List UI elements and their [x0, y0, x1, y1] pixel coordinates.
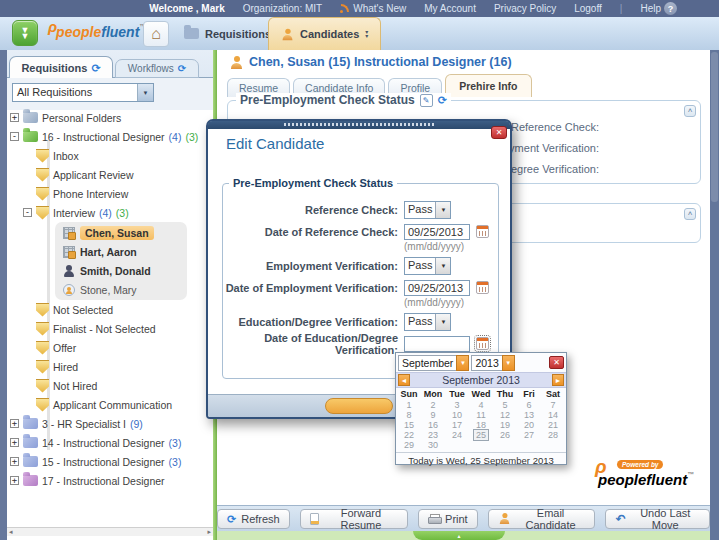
calendar-day-cell[interactable]: 2 [421, 400, 445, 410]
chevron-down-icon[interactable] [137, 84, 153, 101]
chevron-down-icon[interactable] [435, 314, 450, 330]
app-launcher-icon[interactable]: ▼▼ [12, 20, 38, 46]
help-link[interactable]: Help ? [640, 2, 677, 15]
tree-item-17-instructional-designer[interactable]: +17 - Instructional Designer [7, 471, 213, 490]
month-select[interactable]: September ▼ [398, 355, 469, 371]
collapse-icon[interactable]: ˄ [684, 208, 696, 220]
tree-toggle-icon[interactable]: - [10, 132, 19, 141]
calendar-day-cell[interactable]: 25 [469, 430, 493, 440]
tab-requisitions[interactable]: Requisitions ⟳ [9, 56, 113, 78]
tree-candidate-smith-donald[interactable]: Smith, Donald [55, 261, 187, 280]
chevron-down-icon[interactable]: ▼ [456, 355, 469, 371]
tree-item-interview[interactable]: -Interview(4)(3) [7, 203, 213, 222]
refresh-icon[interactable]: ⟳ [438, 95, 447, 105]
edit-icon[interactable]: ✎ [420, 94, 433, 107]
tree-item-not-selected[interactable]: Not Selected [7, 300, 213, 319]
horizontal-scrollbar[interactable]: ◂ ▸ [7, 527, 213, 536]
privacy-policy-link[interactable]: Privacy Policy [494, 3, 556, 14]
vertical-scrollbar[interactable] [710, 50, 719, 540]
tree-candidate-chen-susan[interactable]: Chen, Susan [55, 223, 187, 242]
tree-toggle-icon[interactable]: + [10, 419, 19, 428]
my-account-link[interactable]: My Account [424, 3, 476, 14]
whats-new-link[interactable]: What's New [340, 3, 406, 14]
tab-workflows[interactable]: Workflows ⟳ [115, 59, 199, 78]
requisition-filter-select[interactable]: All Requisitions [12, 83, 154, 102]
scroll-left-arrow-icon[interactable]: ◂ [9, 528, 13, 536]
tree-item-hired[interactable]: Hired [7, 357, 213, 376]
tree-item-inbox[interactable]: Inbox [7, 146, 213, 165]
calendar-day-cell[interactable]: 1 [397, 400, 421, 410]
calendar-day-cell[interactable]: 5 [493, 400, 517, 410]
calendar-day-cell[interactable]: 23 [421, 430, 445, 440]
print-button[interactable]: Print [418, 509, 478, 529]
tree-item-offer[interactable]: Offer [7, 338, 213, 357]
calendar-day-cell[interactable]: 6 [517, 400, 541, 410]
scrollbar-thumb[interactable] [711, 52, 718, 202]
logoff-link[interactable]: Logoff [574, 3, 602, 14]
date-of-education-degree-verification-input[interactable] [404, 336, 470, 352]
tree-toggle-icon[interactable]: + [10, 438, 19, 447]
chevron-down-icon[interactable] [435, 202, 450, 218]
calendar-day-cell[interactable]: 7 [541, 400, 565, 410]
previous-month-icon[interactable]: ◄ [398, 374, 410, 386]
calendar-day-cell[interactable]: 4 [469, 400, 493, 410]
tree-toggle-icon[interactable]: - [23, 208, 32, 217]
tree-item-15-instructional-designer[interactable]: +15 - Instructional Designer(3) [7, 452, 213, 471]
employment-verification-select[interactable]: Pass [404, 257, 451, 275]
calendar-day-cell[interactable]: 9 [421, 410, 445, 420]
refresh-icon[interactable]: ⟳ [91, 63, 100, 73]
calendar-icon[interactable] [476, 337, 489, 350]
calendar-day-cell[interactable]: 15 [397, 420, 421, 430]
panel-collapse-handle[interactable] [413, 531, 505, 540]
calendar-icon[interactable] [476, 225, 489, 238]
calendar-day-cell[interactable]: 3 [445, 400, 469, 410]
calendar-day-cell[interactable]: 21 [541, 420, 565, 430]
calendar-day-cell[interactable]: 17 [445, 420, 469, 430]
chevron-down-icon[interactable] [435, 258, 450, 274]
calendar-day-cell[interactable]: 16 [421, 420, 445, 430]
close-icon[interactable]: ✕ [491, 126, 507, 139]
calendar-day-cell[interactable]: 20 [517, 420, 541, 430]
reference-check-select[interactable]: Pass [404, 201, 451, 219]
tree-item-16-instructional-designer[interactable]: -16 - Instructional Designer(4)(3) [7, 127, 213, 146]
date-of-employment-verification-input[interactable]: 09/25/2013 [404, 280, 470, 296]
forward-resume-button[interactable]: Forward Resume [300, 509, 408, 529]
scroll-right-arrow-icon[interactable]: ▸ [207, 528, 211, 536]
tree-toggle-icon[interactable]: + [10, 457, 19, 466]
undo-last-move-button[interactable]: ↶Undo Last Move [605, 509, 710, 529]
calendar-day-cell[interactable]: 27 [517, 430, 541, 440]
tree-candidate-stone-mary[interactable]: Stone, Mary [55, 280, 187, 299]
tree-toggle-icon[interactable]: + [10, 476, 19, 485]
chevron-down-icon[interactable]: ▼ [502, 355, 515, 371]
drag-handle-icon[interactable] [284, 123, 434, 126]
refresh-button[interactable]: ⟳Refresh [217, 509, 290, 529]
close-icon[interactable]: ✕ [549, 356, 564, 369]
dialog-titlebar[interactable] [208, 121, 510, 129]
home-button[interactable]: ⌂ [143, 21, 169, 47]
tab-prehire-info[interactable]: Prehire Info [445, 74, 531, 97]
calendar-day-cell[interactable]: 26 [493, 430, 517, 440]
education-degree-verification-select[interactable]: Pass [404, 313, 451, 331]
calendar-day-cell[interactable]: 13 [517, 410, 541, 420]
tree-item-applicant-communication[interactable]: Applicant Communication [7, 395, 213, 414]
tree-item-phone-interview[interactable]: Phone Interview [7, 184, 213, 203]
calendar-day-cell[interactable]: 10 [445, 410, 469, 420]
calendar-day-cell[interactable]: 30 [421, 440, 445, 450]
tree-candidate-hart-aaron[interactable]: Hart, Aaron [55, 242, 187, 261]
dialog-action-button[interactable] [325, 398, 393, 414]
tree-toggle-icon[interactable]: + [10, 113, 19, 122]
tree-item-personal-folders[interactable]: +Personal Folders [7, 108, 213, 127]
calendar-day-cell[interactable]: 11 [469, 410, 493, 420]
calendar-day-cell[interactable]: 14 [541, 410, 565, 420]
tree-item-14-instructional-designer[interactable]: +14 - Instructional Designer(3) [7, 433, 213, 452]
calendar-day-cell[interactable]: 19 [493, 420, 517, 430]
tree-item-3-hr-specialist-i[interactable]: +3 - HR Specialist I(9) [7, 414, 213, 433]
next-month-icon[interactable]: ► [552, 374, 564, 386]
tree-item-applicant-review[interactable]: Applicant Review [7, 165, 213, 184]
tree-item-not-hired[interactable]: Not Hired [7, 376, 213, 395]
collapse-icon[interactable]: ˄ [684, 105, 696, 117]
year-select[interactable]: 2013 ▼ [471, 355, 514, 371]
calendar-day-cell[interactable]: 24 [445, 430, 469, 440]
calendar-day-cell[interactable]: 29 [397, 440, 421, 450]
candidates-menu[interactable]: Candidates ▾▾ [268, 17, 381, 50]
